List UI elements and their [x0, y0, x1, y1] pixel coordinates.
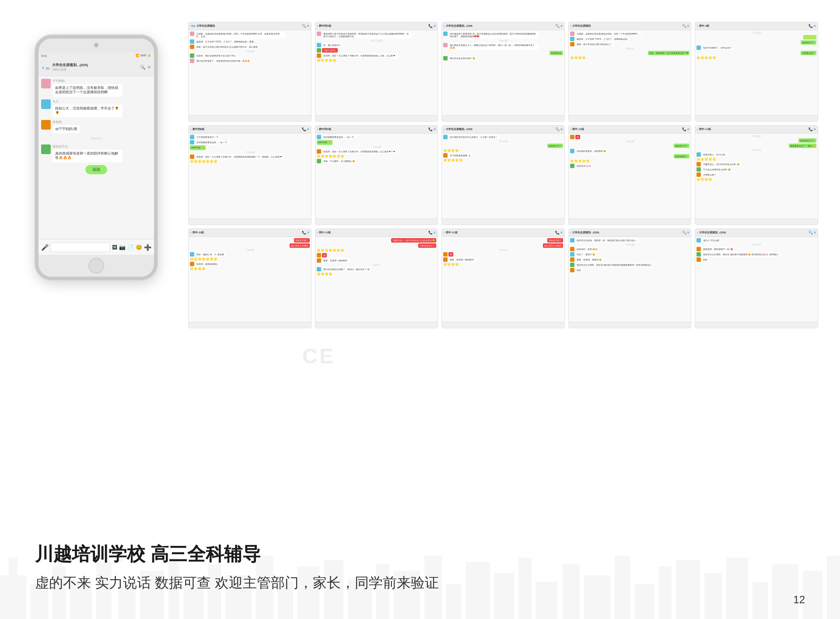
chat-header: ‹ 50 大学生生涯规划...(329) 286人在组 🔍 ≡ [38, 59, 154, 76]
bottom-section: 川越培训学校 高三全科辅导 虚的不来 实力说话 数据可查 欢迎主管部门，家长，同… [35, 542, 805, 593]
msg-content-3: 张老师 @宁宇妈妈 嗯 [52, 120, 80, 133]
mic-icon[interactable]: 🎤 [41, 244, 49, 251]
msg-bubble-1: 如果是上了提档线，没有被录取，很快就会退档然后下一个志愿继续投档啊 [52, 84, 122, 97]
ce-watermark: CE [302, 344, 335, 368]
screenshot-14: ‹ 大学生生涯规划...(329) 🔍 ≡ @有安全交使他，我到有一直，我也把们… [568, 229, 692, 328]
sub-title: 虚的不来 实力说话 数据可查 欢迎主管部门，家长，同学前来验证 [35, 573, 805, 593]
chat-subtitle: 286人在组 [52, 67, 140, 72]
phone-frame: 9:41 📶 WiFi 🔋 ‹ 50 大学生生涯规划...(329) 286人在… [35, 35, 158, 280]
svg-rect-38 [827, 556, 840, 619]
reply-area: 说说 [41, 165, 151, 174]
screenshot-12: ‹ 郑中-11组 📞 ≡ 不嫌弃这么，姐们对目前这个以多去高兴 😊 大家邻居举办… [315, 229, 438, 328]
camera-icon[interactable]: 📷 [119, 244, 126, 250]
screenshot-10: ‹ 郑中-11组 📞 ≡ 下午1:28 你好真的口气？ 那就真是太好了！现在 😊… [695, 125, 818, 225]
phone-screen: 9:41 📶 WiFi 🔋 ‹ 50 大学生生涯规划...(329) 286人在… [38, 53, 154, 255]
chat-messages: 宁宇妈妈 如果是上了提档线，没有被录取，很快就会退档然后下一个志愿继续投档啊 马… [38, 76, 154, 239]
screenshot-2: ‹ 群中间5组 📞 ≡ 最老师带小孩子回来这不是很厉害，班里的孩子有成功这个让人… [315, 22, 438, 122]
menu-icon[interactable]: ≡ [148, 65, 150, 70]
avatar-1 [41, 79, 51, 88]
avatar-3 [41, 120, 51, 130]
add-icon[interactable]: ➕ [144, 244, 151, 251]
message-row-3: 张老师 @宁宇妈妈 嗯 [41, 120, 151, 133]
screenshot-3: ‹ 大学生生涯规划...(329) 🔍 ≡ @川越县有小精英老师 亲！孩子多感谢… [441, 22, 565, 122]
msg-content-1: 宁宇妈妈 如果是上了提档线，没有被录取，很快就会退档然后下一个志愿继续投档啊 [52, 79, 122, 97]
back-count: 50 [46, 67, 50, 70]
reply-button[interactable]: 说说 [85, 165, 107, 174]
timestamp-1: 下午3:11 [41, 137, 151, 141]
avatar-4 [41, 144, 51, 154]
screenshot-9: ‹ 郑中-11组 📞 ≡ 满 下午1:28 你好的口气？ 你也很好意思的，说的那… [568, 125, 692, 225]
svg-rect-37 [803, 571, 822, 619]
chat-input-bar: 🎤 🖼 📷 📄 😊 ➕ [38, 239, 154, 255]
screenshot-8: ‹ 大学生生涯规划...(329) 🔍 ≡ 你们很好意识到大开心的孩子，让大家一… [441, 125, 565, 225]
msg-bubble-3: @宁宇妈妈 嗯 [52, 125, 80, 133]
msg-content-4: 缘份的天空 真的很感谢张老师一直的陪伴和耐心地解答🔥🔥🔥 [52, 144, 122, 162]
message-row-2: 马儿 娃娃心大，没觉得她着急嗯，学车去了🌻🌻 [41, 99, 151, 117]
phone-mockup: 9:41 📶 WiFi 🔋 ‹ 50 大学生生涯规划...(329) 286人在… [35, 35, 158, 280]
screenshot-15: ‹ 大学生生涯规划...(329) 🔍 ≡ @马儿 可以去看 下午1:28 谢谢… [695, 229, 818, 328]
avatar-2 [41, 99, 51, 109]
emoji-icon[interactable]: 😊 [136, 244, 142, 250]
screenshot-5: ‹ 郑中-1组 📞 ≡ 下午1:28 🌟🌟🌟🌟 你好的口气？ 你好不容易到了，你… [695, 22, 818, 122]
msg-name-3: 张老师 [52, 120, 80, 124]
msg-name-4: 缘份的天空 [52, 144, 122, 149]
main-title: 川越培训学校 高三全科辅导 [35, 542, 805, 566]
screenshot-11: ‹ 郑中-11组 📞 ≡ 我真是不能了 她们里想出来赠的 下午2:14 恭好，她… [188, 229, 312, 328]
msg-name-1: 宁宇妈妈 [52, 79, 122, 83]
message-row-1: 宁宇妈妈 如果是上了提档线，没有被录取，很快就会退档然后下一个志愿继续投档啊 [41, 79, 151, 97]
phone-top [38, 39, 154, 53]
screenshots-grid: ‹50 大学生生涯规划 🔍 ≡ 太感谢，这真的以前在真感地方和谈，没有一个专业的… [188, 22, 818, 328]
svg-rect-1 [9, 558, 18, 575]
msg-bubble-2: 娃娃心大，没觉得她着急嗯，学车去了🌻🌻 [52, 105, 122, 117]
chat-title: 大学生生涯规划...(329) [52, 63, 140, 67]
message-row-4: 缘份的天空 真的很感谢张老师一直的陪伴和耐心地解答🔥🔥🔥 [41, 144, 151, 162]
message-input[interactable] [50, 243, 110, 252]
back-icon[interactable]: ‹ 50 [42, 64, 49, 71]
file-icon[interactable]: 📄 [127, 244, 134, 250]
screenshot-13: ‹ 郑中-11组 📞 ≡ 我真是不能了 她们里想出来赠的 下午2:14 满 谢谢… [441, 229, 565, 328]
camera [94, 43, 98, 47]
svg-rect-0 [0, 575, 26, 619]
msg-bubble-4: 真的很感谢张老师一直的陪伴和耐心地解答🔥🔥🔥 [52, 150, 122, 162]
phone-home [38, 255, 154, 277]
screenshot-1: ‹50 大学生生涯规划 🔍 ≡ 太感谢，这真的以前在真感地方和谈，没有一个专业的… [188, 22, 312, 122]
status-bar: 9:41 📶 WiFi 🔋 [38, 53, 154, 59]
image-icon[interactable]: 🖼 [112, 244, 117, 250]
msg-content-2: 马儿 娃娃心大，没觉得她着急嗯，学车去了🌻🌻 [52, 99, 122, 117]
search-icon[interactable]: 🔍 [140, 65, 145, 70]
screenshot-7: ‹ 群中间5组 📞 ≡ 目前电脑里看是这样，一会一下。 HAOGE 🔆 下午1:… [315, 125, 438, 225]
page-number: 12 [793, 594, 805, 606]
screenshot-6: ‹ 群中间5组 📞 ≡ 今天再把家里孩子一下 目前电脑里看是这样，一会一下。 H… [188, 125, 312, 225]
home-button[interactable] [88, 258, 104, 274]
screenshot-4: ‹ 大学生生涯规划 🔍 ≡ 太感谢，这真的以前在真感地方和谈，没有一个专业的老师… [568, 22, 692, 122]
msg-name-2: 马儿 [52, 99, 122, 104]
header-icons[interactable]: 🔍 ≡ [140, 65, 150, 70]
